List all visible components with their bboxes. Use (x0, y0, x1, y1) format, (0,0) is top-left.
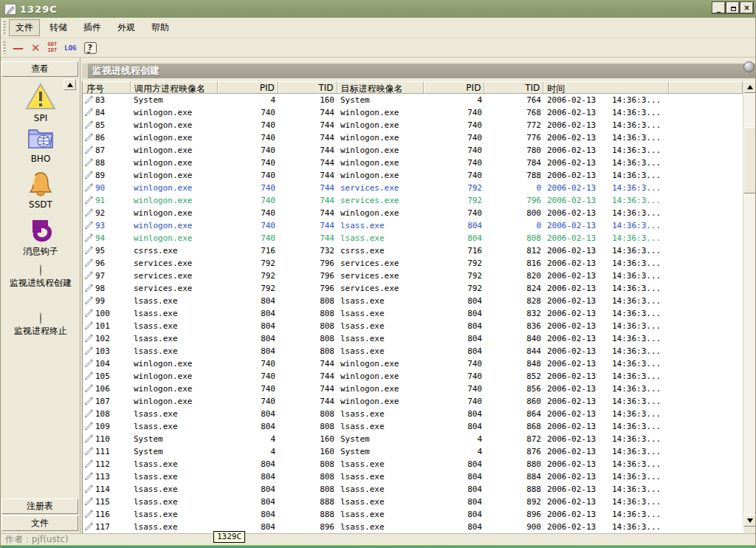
chevron-down-icon (747, 518, 753, 526)
column-header-0[interactable]: 序号 (83, 81, 131, 93)
cell-col-0: 88 (83, 157, 131, 168)
sidebar-group-view[interactable]: 查看 (1, 61, 78, 77)
cell-col-3: 808 (278, 409, 337, 419)
cell-col-0: 109 (83, 421, 131, 432)
table-row[interactable]: 90winlogon.exe740744services.exe79202006… (83, 182, 743, 194)
panel-knob-button[interactable] (743, 61, 755, 72)
cell-col-6: 820 (485, 271, 544, 281)
cell-col-4: winlogon.exe (337, 371, 425, 381)
warning-triangle-icon (24, 82, 57, 112)
scroll-up-button[interactable] (743, 81, 756, 93)
pen-icon (84, 496, 93, 507)
sidebar-group-file[interactable]: 文件 (1, 516, 78, 531)
cell-col-4: lsass.exe (337, 346, 425, 356)
table-row[interactable]: 92winlogon.exe740744winlogon.exe74080020… (83, 207, 743, 219)
cell-col-2: 740 (218, 371, 278, 381)
cell-col-5: 804 (425, 522, 485, 532)
table-row[interactable]: 101lsass.exe804808lsass.exe8048362006-02… (83, 320, 743, 332)
cell-col-1: winlogon.exe (131, 120, 218, 130)
cell-col-6: 836 (485, 321, 544, 331)
cell-col-7: 2006-02-1314:36:3... (544, 522, 670, 532)
table-row[interactable]: 107winlogon.exe740744winlogon.exe7408602… (83, 395, 743, 408)
column-header-1[interactable]: 调用方进程映像名 (131, 81, 218, 93)
table-row[interactable]: 110System4160System48722006-02-1314:36:3… (83, 433, 743, 445)
cell-col-3: 744 (278, 133, 337, 143)
sidebar-item-message-hook[interactable]: 消息钩子 (1, 217, 80, 258)
vertical-scrollbar[interactable] (743, 81, 755, 527)
sidebar-item-spi[interactable]: SPI (1, 82, 80, 123)
table-row[interactable]: 115lsass.exe804888lsass.exe8048922006-02… (83, 496, 743, 508)
table-row[interactable]: 97services.exe792796services.exe79282020… (83, 270, 743, 282)
menu-item-0[interactable]: 文件 (9, 19, 40, 36)
menu-item-3[interactable]: 外观 (111, 19, 142, 36)
cell-col-4: lsass.exe (337, 309, 425, 318)
table-row[interactable]: 89winlogon.exe740744winlogon.exe74078820… (83, 169, 743, 182)
table-row[interactable]: 116lsass.exe804888lsass.exe8048962006-02… (83, 508, 743, 521)
table-row[interactable]: 108lsass.exe804808lsass.exe8048642006-02… (83, 408, 743, 420)
scroll-down-button[interactable] (743, 515, 756, 527)
cell-col-3: 732 (278, 246, 337, 256)
sidebar-item-monitor-thread-create[interactable]: 监视进线程创建 (1, 265, 80, 290)
cell-col-3: 808 (278, 484, 337, 494)
cell-col-4: System (337, 95, 425, 105)
gdt-idt-button[interactable]: GDTIDT (48, 42, 58, 53)
table-row[interactable]: 112lsass.exe804808lsass.exe8048802006-02… (83, 458, 743, 470)
sidebar-group-registry[interactable]: 注册表 (1, 499, 78, 514)
restore-button[interactable] (726, 2, 739, 13)
table-row[interactable]: 99lsass.exe804808lsass.exe8048282006-02-… (83, 295, 743, 307)
table-row[interactable]: 105winlogon.exe740744winlogon.exe7408522… (83, 370, 743, 383)
cell-col-2: 740 (218, 108, 278, 117)
cell-col-7: 2006-02-1314:36:3... (544, 484, 670, 494)
menu-item-1[interactable]: 转储 (43, 19, 74, 36)
toolbar-grip-handle[interactable] (2, 41, 6, 55)
column-header-4[interactable]: 目标进程映像名 (337, 81, 425, 93)
help-icon[interactable]: ? (84, 42, 97, 54)
column-header-3[interactable]: TID (278, 81, 337, 93)
delete-icon[interactable]: ✕ (31, 41, 41, 55)
table-row[interactable]: 106winlogon.exe740744winlogon.exe7408562… (83, 383, 743, 395)
table-row[interactable]: 84winlogon.exe740744winlogon.exe74076820… (83, 106, 743, 119)
table-row[interactable]: 88winlogon.exe740744winlogon.exe74078420… (83, 157, 743, 169)
cell-col-1: System (131, 95, 218, 105)
sidebar-item-monitor-process-terminate[interactable]: 监视进程终止 (1, 313, 80, 338)
column-header-7[interactable]: 时间 (543, 81, 669, 93)
column-header-5[interactable]: PID (424, 81, 484, 93)
table-row[interactable]: 109lsass.exe804808lsass.exe8048682006-02… (83, 420, 743, 433)
cell-col-1: lsass.exe (131, 459, 218, 469)
menubar-grip-handle[interactable] (2, 21, 6, 35)
close-button[interactable]: × (740, 2, 753, 13)
column-header-8[interactable] (669, 81, 743, 93)
table-row[interactable]: 85winlogon.exe740744winlogon.exe74077220… (83, 119, 743, 131)
table-row[interactable]: 104winlogon.exe740744winlogon.exe7408482… (83, 357, 743, 370)
table-row[interactable]: 94winlogon.exe740744lsass.exe8048082006-… (83, 232, 743, 244)
table-row[interactable]: 96services.exe792796services.exe79281620… (83, 257, 743, 270)
cell-col-3: 744 (278, 359, 337, 369)
table-row[interactable]: 103lsass.exe804808lsass.exe8048442006-02… (83, 345, 743, 357)
cell-col-6: 808 (485, 233, 544, 243)
column-header-2[interactable]: PID (218, 81, 278, 93)
table-row[interactable]: 95csrss.exe716732csrss.exe7168122006-02-… (83, 244, 743, 257)
table-row[interactable]: 117lsass.exe804896lsass.exe8049002006-02… (83, 521, 743, 533)
table-row[interactable]: 87winlogon.exe740744winlogon.exe74078020… (83, 144, 743, 157)
sidebar-item-ssdt[interactable]: SSDT (1, 170, 80, 210)
sidebar-item-bho[interactable]: BHO (1, 124, 80, 164)
scrollbar-thumb[interactable] (743, 127, 756, 193)
menu-item-4[interactable]: 帮助 (145, 19, 176, 36)
minimize-button[interactable]: _ (712, 2, 725, 13)
log-button[interactable]: LOG (64, 44, 76, 52)
table-row[interactable]: 114lsass.exe804808lsass.exe8048882006-02… (83, 483, 743, 496)
menu-item-2[interactable]: 插件 (77, 19, 108, 36)
table-row[interactable]: 113lsass.exe804808lsass.exe8048842006-02… (83, 470, 743, 483)
table-row[interactable]: 83System4160System47642006-02-1314:36:3.… (83, 94, 743, 106)
table-row[interactable]: 86winlogon.exe740744winlogon.exe74077620… (83, 131, 743, 144)
cell-col-1: winlogon.exe (131, 397, 218, 406)
table-row[interactable]: 100lsass.exe804808lsass.exe8048322006-02… (83, 307, 743, 320)
cell-col-5: 4 (425, 447, 485, 456)
remove-icon[interactable]: — (13, 41, 24, 55)
column-header-6[interactable]: TID (484, 81, 543, 93)
table-row[interactable]: 93winlogon.exe740744lsass.exe80402006-02… (83, 219, 743, 232)
table-row[interactable]: 102lsass.exe804808lsass.exe8048402006-02… (83, 332, 743, 345)
table-row[interactable]: 98services.exe792796services.exe79282420… (83, 282, 743, 295)
table-row[interactable]: 111System4160System48762006-02-1314:36:3… (83, 445, 743, 458)
table-row[interactable]: 91winlogon.exe740744services.exe79279620… (83, 194, 743, 207)
